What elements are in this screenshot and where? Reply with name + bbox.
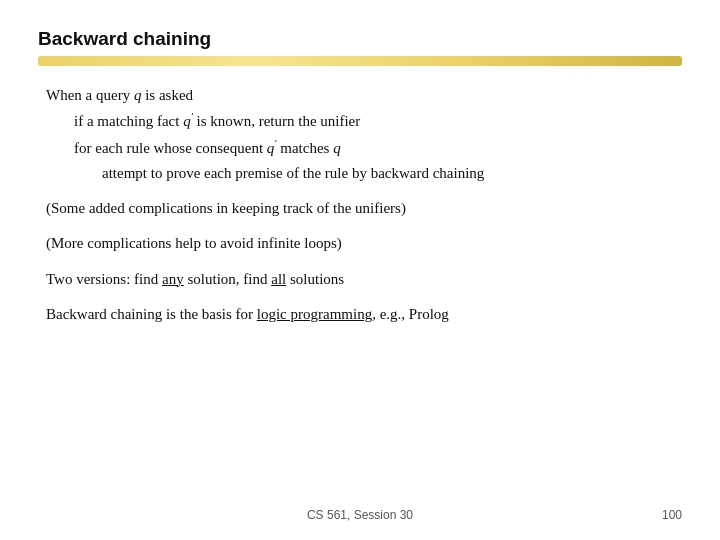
text-basis-prefix: Backward chaining is the basis for xyxy=(46,306,257,322)
text-when-query: When a query xyxy=(46,87,134,103)
footer-session: CS 561, Session 30 xyxy=(38,508,682,522)
text-two-versions: Two versions: find xyxy=(46,271,162,287)
line-matching-fact: if a matching fact q′ is known, return t… xyxy=(46,109,682,133)
line-two-versions: Two versions: find any solution, find al… xyxy=(46,268,682,291)
line-attempt: attempt to prove each premise of the rul… xyxy=(46,162,682,185)
footer: CS 561, Session 30 100 xyxy=(0,508,720,522)
text-solution-find: solution, find xyxy=(184,271,272,287)
text-some-added: (Some added complications in keeping tra… xyxy=(46,200,406,216)
decorative-bar xyxy=(38,56,682,66)
text-more-complications: (More complications help to avoid infini… xyxy=(46,235,342,251)
text-matches: matches xyxy=(277,140,334,156)
text-any: any xyxy=(162,271,184,287)
text-logic-programming: logic programming xyxy=(257,306,372,322)
line-complications-2: (More complications help to avoid infini… xyxy=(46,232,682,255)
text-is-known: is known, return the unifier xyxy=(193,113,360,129)
text-solutions: solutions xyxy=(286,271,344,287)
slide-container: Backward chaining When a query q is aske… xyxy=(0,0,720,540)
text-all: all xyxy=(271,271,286,287)
math-qprime-2: q′ xyxy=(267,140,277,156)
line-each-rule: for each rule whose consequent q′ matche… xyxy=(46,136,682,160)
spacer-2 xyxy=(46,222,682,232)
spacer-1 xyxy=(46,187,682,197)
text-is-asked: is asked xyxy=(141,87,193,103)
math-qprime-1: q′ xyxy=(183,113,193,129)
text-basis-suffix: , e.g., Prolog xyxy=(372,306,449,322)
footer-page: 100 xyxy=(662,508,682,522)
line-basis: Backward chaining is the basis for logic… xyxy=(46,303,682,326)
spacer-3 xyxy=(46,258,682,268)
slide-title: Backward chaining xyxy=(38,28,682,50)
text-for-each: for each rule whose consequent xyxy=(74,140,267,156)
line-query: When a query q is asked xyxy=(46,84,682,107)
main-content: When a query q is asked if a matching fa… xyxy=(38,84,682,326)
line-complications-1: (Some added complications in keeping tra… xyxy=(46,197,682,220)
text-if-a: if a matching fact xyxy=(74,113,183,129)
math-q-2: q xyxy=(333,140,341,156)
text-attempt: attempt to prove each premise of the rul… xyxy=(102,165,484,181)
spacer-4 xyxy=(46,293,682,303)
